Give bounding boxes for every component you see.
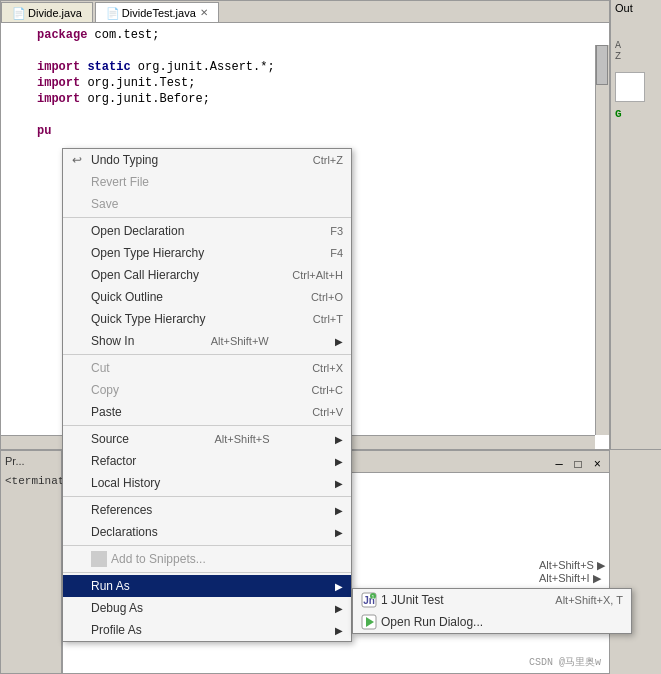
code-line-6 xyxy=(37,107,601,123)
snippets-icon xyxy=(91,551,107,567)
menu-item-references[interactable]: References ▶ xyxy=(63,499,351,521)
close-panel-button[interactable]: × xyxy=(590,458,605,472)
run-dialog-icon xyxy=(361,614,377,630)
shortcut-line-2: Alt+Shift+I ▶ xyxy=(539,572,605,585)
menu-item-revert: Revert File xyxy=(63,171,351,193)
menu-item-copy: Copy Ctrl+C xyxy=(63,379,351,401)
declarations-arrow: ▶ xyxy=(335,527,343,538)
source-arrow: ▶ xyxy=(335,434,343,445)
junit-icon: Jn 1 xyxy=(361,592,377,608)
local-history-arrow: ▶ xyxy=(335,478,343,489)
menu-item-local-history[interactable]: Local History ▶ xyxy=(63,472,351,494)
menu-item-show-in[interactable]: Show In Alt+Shift+W ▶ xyxy=(63,330,351,352)
separator-1 xyxy=(63,217,351,218)
tab-dividetest[interactable]: 📄 DivideTest.java ✕ xyxy=(95,2,219,22)
profile-as-arrow: ▶ xyxy=(335,625,343,636)
arrow-icon: ▶ xyxy=(335,336,343,347)
refactor-arrow: ▶ xyxy=(335,456,343,467)
minimize-button[interactable]: — xyxy=(551,458,566,472)
tab-divide[interactable]: 📄 Divide.java xyxy=(1,2,93,22)
debug-as-arrow: ▶ xyxy=(335,603,343,614)
code-line-2 xyxy=(37,43,601,59)
menu-item-paste[interactable]: Paste Ctrl+V xyxy=(63,401,351,423)
separator-6 xyxy=(63,572,351,573)
watermark: CSDN @马里奥w xyxy=(529,655,601,669)
run-as-submenu: Jn 1 1 JUnit Test Alt+Shift+X, T Open Ru… xyxy=(352,588,632,634)
right-panel-g: G xyxy=(615,108,657,120)
menu-item-cut: Cut Ctrl+X xyxy=(63,357,351,379)
right-panel: Out AZ G xyxy=(610,0,661,450)
menu-item-refactor[interactable]: Refactor ▶ xyxy=(63,450,351,472)
separator-5 xyxy=(63,545,351,546)
code-line-5: import org.junit.Before; xyxy=(37,91,601,107)
right-panel-az: AZ xyxy=(615,40,657,62)
panel-controls: — □ × xyxy=(551,458,605,472)
menu-item-undo[interactable]: ↩ Undo Typing Ctrl+Z xyxy=(63,149,351,171)
run-as-arrow: ▶ xyxy=(335,581,343,592)
menu-item-debug-as[interactable]: Debug As ▶ xyxy=(63,597,351,619)
references-arrow: ▶ xyxy=(335,505,343,516)
scrollbar-thumb[interactable] xyxy=(596,45,608,85)
menu-item-quick-type[interactable]: Quick Type Hierarchy Ctrl+T xyxy=(63,308,351,330)
menu-item-snippets: Add to Snippets... xyxy=(63,548,351,570)
code-line-7: pu xyxy=(37,123,601,139)
context-menu: ↩ Undo Typing Ctrl+Z Revert File Save Op… xyxy=(62,148,352,642)
menu-item-open-call[interactable]: Open Call Hierarchy Ctrl+Alt+H xyxy=(63,264,351,286)
java-file-icon-active: 📄 xyxy=(106,7,118,19)
console-terminate: <terminate> xyxy=(1,471,61,491)
right-panel-content: AZ G xyxy=(611,16,661,124)
menu-item-declarations[interactable]: Declarations ▶ xyxy=(63,521,351,543)
tab-close-button[interactable]: ✕ xyxy=(200,7,208,18)
separator-3 xyxy=(63,425,351,426)
menu-item-profile-as[interactable]: Profile As ▶ xyxy=(63,619,351,641)
separator-2 xyxy=(63,354,351,355)
code-line-1: package com.test; xyxy=(37,27,601,43)
separator-4 xyxy=(63,496,351,497)
code-line-4: import org.junit.Test; xyxy=(37,75,601,91)
undo-icon: ↩ xyxy=(69,152,85,168)
bottom-left-panel: Pr... <terminate> xyxy=(0,450,62,674)
menu-item-run-as[interactable]: Run As ▶ xyxy=(63,575,351,597)
shortcut-line-1: Alt+Shift+S ▶ xyxy=(539,559,605,572)
menu-item-open-decl[interactable]: Open Declaration F3 xyxy=(63,220,351,242)
vertical-scrollbar[interactable] xyxy=(595,45,609,435)
right-panel-title: Out xyxy=(611,0,661,16)
java-file-icon: 📄 xyxy=(12,7,24,19)
tab-bar: 📄 Divide.java 📄 DivideTest.java ✕ xyxy=(1,1,609,23)
menu-item-source[interactable]: Source Alt+Shift+S ▶ xyxy=(63,428,351,450)
submenu-item-open-run[interactable]: Open Run Dialog... xyxy=(353,611,631,633)
menu-item-save: Save xyxy=(63,193,351,215)
maximize-button[interactable]: □ xyxy=(571,458,586,472)
right-panel-box xyxy=(615,72,645,102)
submenu-item-junit[interactable]: Jn 1 1 JUnit Test Alt+Shift+X, T xyxy=(353,589,631,611)
code-line-3: import static org.junit.Assert.*; xyxy=(37,59,601,75)
menu-item-quick-outline[interactable]: Quick Outline Ctrl+O xyxy=(63,286,351,308)
bottom-left-label: Pr... xyxy=(1,451,61,471)
menu-item-open-type[interactable]: Open Type Hierarchy F4 xyxy=(63,242,351,264)
